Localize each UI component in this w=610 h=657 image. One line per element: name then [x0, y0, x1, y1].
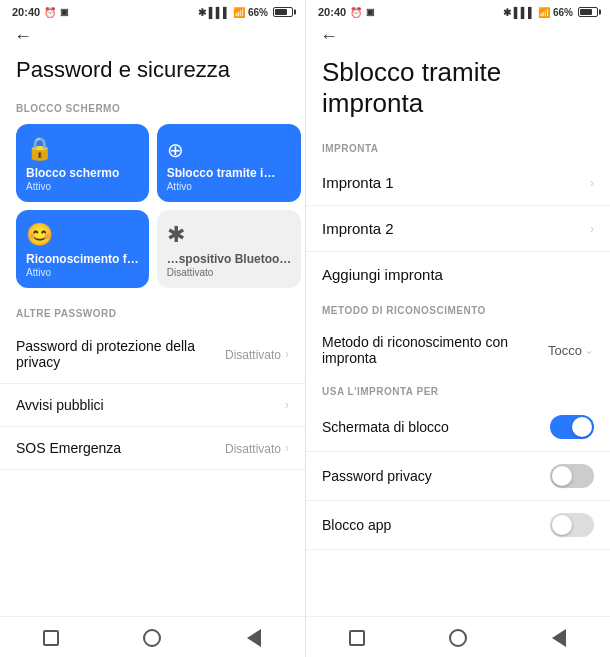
recording-icon-r: ▣: [366, 7, 375, 17]
status-icons-left: ✱ ▌▌▌ 📶 66%: [198, 7, 293, 18]
use-for-schermata: Schermata di blocco: [306, 403, 610, 452]
list-item-sos[interactable]: SOS Emergenza Disattivato ›: [0, 427, 305, 470]
fingerprint-tile-icon: ⊕: [167, 138, 292, 162]
status-time-left: 20:40 ⏰ ▣: [12, 6, 69, 18]
tile-bluetooth[interactable]: ✱ …spositivo Bluetoo… Disattivato: [157, 210, 302, 288]
bottom-nav-left: [0, 616, 305, 657]
use-for-blocco-app: Blocco app: [306, 501, 610, 550]
method-value-text: Tocco: [548, 343, 582, 358]
section-altre-label: ALTRE PASSWORD: [0, 300, 305, 325]
lock-icon: 🔒: [26, 136, 139, 162]
signal-icon: ▌▌▌: [209, 7, 230, 18]
nav-bar-left: ←: [0, 22, 305, 55]
battery-icon-right: [578, 7, 598, 17]
circle-icon-left: [143, 629, 161, 647]
tile-riconoscimento[interactable]: 😊 Riconoscimento f… Attivo: [16, 210, 149, 288]
tile-sblocco-impronta[interactable]: ⊕ Sblocco tramite i… Attivo: [157, 124, 302, 202]
method-title: Metodo di riconoscimento con impronta: [322, 334, 548, 366]
battery-icon-left: [273, 7, 293, 17]
time-right: 20:40: [318, 6, 346, 18]
tiles-grid: 🔒 Blocco schermo Attivo ⊕ Sblocco tramit…: [0, 120, 305, 300]
fingerprint-item-2[interactable]: Impronta 2 ›: [306, 206, 610, 252]
triangle-icon-right: [552, 629, 566, 647]
status-bar-left: 20:40 ⏰ ▣ ✱ ▌▌▌ 📶 66%: [0, 0, 305, 22]
avvisi-right: ›: [285, 398, 289, 412]
tile-sblocco-status: Attivo: [167, 181, 292, 192]
bluetooth-tile-icon: ✱: [167, 222, 292, 248]
bluetooth-icon: ✱: [198, 7, 206, 18]
bluetooth-icon-r: ✱: [503, 7, 511, 18]
back-nav-button-right[interactable]: [548, 627, 570, 649]
sos-title: SOS Emergenza: [16, 440, 225, 456]
privacy-right: Disattivato ›: [225, 347, 289, 362]
fp1-title: Impronta 1: [322, 174, 394, 191]
tile-ricono-status: Attivo: [26, 267, 139, 278]
avvisi-title: Avvisi pubblici: [16, 397, 285, 413]
method-item[interactable]: Metodo di riconoscimento con impronta To…: [306, 322, 610, 378]
privacy-privacy-label: Password privacy: [322, 468, 432, 484]
left-panel: 20:40 ⏰ ▣ ✱ ▌▌▌ 📶 66% ← Password e sicur…: [0, 0, 305, 657]
fp1-chevron: ›: [590, 176, 594, 190]
list-item-privacy[interactable]: Password di protezione della privacy Dis…: [0, 325, 305, 384]
back-button-left[interactable]: ←: [14, 26, 32, 46]
privacy-chevron: ›: [285, 347, 289, 361]
wifi-icon-r: 📶: [538, 7, 550, 18]
fingerprint-item-1[interactable]: Impronta 1 ›: [306, 160, 610, 206]
circle-icon-right: [449, 629, 467, 647]
sos-chevron: ›: [285, 441, 289, 455]
tile-bt-status: Disattivato: [167, 267, 292, 278]
blocco-app-toggle-knob: [552, 515, 572, 535]
section-impronta-label: IMPRONTA: [306, 135, 610, 160]
page-title-left: Password e sicurezza: [0, 55, 305, 95]
privacy-value: Disattivato: [225, 348, 281, 362]
nav-bar-right: ←: [306, 22, 610, 55]
sos-value: Disattivato: [225, 442, 281, 456]
page-title-right: Sblocco tramite impronta: [306, 55, 610, 135]
status-bar-right: 20:40 ⏰ ▣ ✱ ▌▌▌ 📶 66%: [306, 0, 610, 22]
privacy-toggle-knob: [552, 466, 572, 486]
schermata-toggle[interactable]: [550, 415, 594, 439]
home-button-right[interactable]: [346, 627, 368, 649]
add-fingerprint-button[interactable]: Aggiungi impronta: [306, 252, 610, 297]
alarm-icon: ⏰: [44, 7, 56, 18]
fp2-title: Impronta 2: [322, 220, 394, 237]
schermata-toggle-knob: [572, 417, 592, 437]
method-chevron: ⌄: [584, 343, 594, 357]
avvisi-chevron: ›: [285, 398, 289, 412]
method-value: Tocco ⌄: [548, 343, 594, 358]
face-icon: 😊: [26, 222, 139, 248]
avvisi-item-left: Avvisi pubblici: [16, 397, 285, 413]
square-icon-right: [349, 630, 365, 646]
list-item-avvisi[interactable]: Avvisi pubblici ›: [0, 384, 305, 427]
fp2-chevron: ›: [590, 222, 594, 236]
section-usa-label: USA L'IMPRONTA PER: [306, 378, 610, 403]
tile-bt-title: …spositivo Bluetoo…: [167, 252, 292, 266]
battery-label-right: 66%: [553, 7, 573, 18]
recent-button-right[interactable]: [447, 627, 469, 649]
privacy-title: Password di protezione della privacy: [16, 338, 225, 370]
wifi-icon: 📶: [233, 7, 245, 18]
tile-blocco-schermo[interactable]: 🔒 Blocco schermo Attivo: [16, 124, 149, 202]
tile-ricono-title: Riconoscimento f…: [26, 252, 139, 266]
alarm-icon-r: ⏰: [350, 7, 362, 18]
schermata-label: Schermata di blocco: [322, 419, 449, 435]
recent-button-left[interactable]: [141, 627, 163, 649]
status-icons-right: ✱ ▌▌▌ 📶 66%: [503, 7, 598, 18]
sos-right: Disattivato ›: [225, 441, 289, 456]
privacy-toggle[interactable]: [550, 464, 594, 488]
use-for-privacy: Password privacy: [306, 452, 610, 501]
back-nav-button-left[interactable]: [243, 627, 265, 649]
sos-item-left: SOS Emergenza: [16, 440, 225, 456]
back-button-right[interactable]: ←: [320, 26, 338, 46]
section-blocco-label: BLOCCO SCHERMO: [0, 95, 305, 120]
battery-label-left: 66%: [248, 7, 268, 18]
tile-sblocco-title: Sblocco tramite i…: [167, 166, 292, 180]
blocco-app-toggle[interactable]: [550, 513, 594, 537]
tile-blocco-title: Blocco schermo: [26, 166, 139, 180]
square-icon-left: [43, 630, 59, 646]
tile-blocco-status: Attivo: [26, 181, 139, 192]
blocco-app-label: Blocco app: [322, 517, 391, 533]
home-button-left[interactable]: [40, 627, 62, 649]
privacy-item-left: Password di protezione della privacy: [16, 338, 225, 370]
triangle-icon-left: [247, 629, 261, 647]
